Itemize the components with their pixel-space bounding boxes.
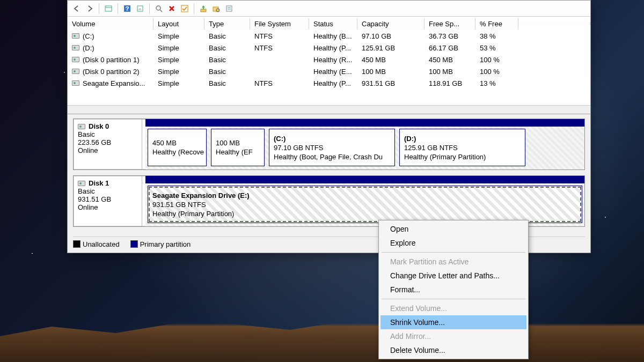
view-button[interactable] (103, 3, 114, 14)
menu-separator (382, 252, 525, 253)
volume-pct: 100 % (475, 68, 518, 76)
volume-pct: 13 % (475, 79, 518, 87)
disk-icon (78, 181, 85, 186)
back-button[interactable] (71, 3, 83, 14)
volume-status: Healthy (E... (309, 68, 357, 76)
context-menu: OpenExploreMark Partition as ActiveChang… (378, 220, 529, 359)
partition-e[interactable]: Seagate Expansion Drive (E:) 931.51 GB N… (148, 186, 582, 223)
volume-type: Basic (204, 44, 250, 52)
menu-item-delete-volume[interactable]: Delete Volume... (380, 343, 526, 357)
col-volume[interactable]: Volume (68, 18, 153, 29)
legend-unallocated-label: Unallocated (83, 240, 120, 248)
disk-0-state: Online (78, 146, 137, 154)
volume-row[interactable]: (Disk 0 partition 1)SimpleBasicHealthy (… (68, 54, 590, 65)
col-type[interactable]: Type (204, 18, 250, 29)
drive-icon (72, 33, 79, 39)
properties-icon[interactable] (223, 3, 235, 14)
svg-line-6 (160, 10, 162, 12)
volume-status: Healthy (R... (309, 56, 357, 64)
volume-free: 36.73 GB (425, 32, 475, 40)
volume-type: Basic (204, 68, 250, 76)
svg-rect-8 (201, 9, 206, 12)
volume-layout: Simple (153, 32, 204, 40)
svg-rect-0 (105, 6, 112, 11)
volume-row[interactable]: (Disk 0 partition 2)SimpleBasicHealthy (… (68, 65, 590, 77)
menu-item-shrink-volume[interactable]: Shrink Volume... (380, 315, 526, 329)
col-layout[interactable]: Layout (153, 18, 204, 29)
col-pctfree[interactable]: % Free (475, 18, 518, 29)
volume-row[interactable]: (C:)SimpleBasicNTFSHealthy (B...97.10 GB… (68, 30, 590, 42)
drive-icon (72, 45, 79, 50)
partition-title: (D:) (404, 135, 521, 143)
volume-list-header[interactable]: Volume Layout Type File System Status Ca… (68, 17, 590, 30)
col-status[interactable]: Status (309, 18, 357, 29)
volume-pct: 38 % (475, 32, 518, 40)
drive-icon (72, 57, 79, 62)
volume-name: (Disk 0 partition 2) (83, 68, 139, 76)
disk-1-size: 931.51 GB (78, 195, 137, 203)
menu-item-change-drive-letter-and-paths[interactable]: Change Drive Letter and Paths... (380, 269, 526, 283)
volume-pct: 100 % (475, 56, 518, 64)
disk-0-info[interactable]: Disk 0 Basic 223.56 GB Online (74, 119, 142, 169)
menu-item-explore[interactable]: Explore (380, 236, 526, 250)
partition-e-status: Healthy (Primary Partition) (152, 210, 577, 218)
volume-capacity: 100 MB (357, 68, 425, 76)
disk-icon (78, 124, 85, 129)
partition-status: Healthy (Recove (152, 148, 202, 156)
col-capacity[interactable]: Capacity (357, 18, 425, 29)
check-icon[interactable] (179, 3, 191, 14)
disk-1-info[interactable]: Disk 1 Basic 931.51 GB Online (74, 176, 142, 226)
volume-free: 100 MB (425, 68, 475, 76)
partition[interactable]: 100 MBHealthy (EF (211, 129, 265, 166)
disk-0-block: Disk 0 Basic 223.56 GB Online 450 MBHeal… (73, 119, 585, 170)
menu-item-extend-volume: Extend Volume... (380, 301, 526, 315)
volume-capacity: 97.10 GB (357, 32, 425, 40)
volume-name: (D:) (83, 44, 94, 52)
menu-item-format[interactable]: Format... (380, 283, 526, 297)
volume-layout: Simple (153, 79, 204, 87)
svg-rect-11 (226, 6, 232, 11)
volume-fs: NTFS (250, 44, 309, 52)
svg-point-5 (156, 6, 160, 10)
volume-type: Basic (204, 32, 250, 40)
drive-icon (72, 80, 79, 86)
hscrollbar[interactable] (68, 105, 590, 114)
volume-fs: NTFS (250, 79, 309, 87)
help-button[interactable]: ? (121, 3, 133, 14)
volume-layout: Simple (153, 68, 204, 76)
drive-icon (72, 69, 79, 74)
partition-title: (C:) (274, 135, 390, 143)
volume-fs: NTFS (250, 32, 309, 40)
col-filesystem[interactable]: File System (250, 18, 309, 29)
partition-status: Healthy (EF (216, 148, 260, 156)
search-icon[interactable] (153, 3, 165, 14)
partition[interactable]: 450 MBHealthy (Recove (148, 129, 207, 166)
refresh-button[interactable] (134, 3, 146, 14)
volume-free: 450 MB (425, 56, 475, 64)
disk-0-kind: Basic (78, 130, 137, 138)
volume-row[interactable]: Seagate Expansio...SimpleBasicNTFSHealth… (68, 77, 590, 89)
forward-button[interactable] (84, 3, 96, 14)
up-arrow-icon[interactable] (197, 3, 209, 14)
volume-capacity: 125.91 GB (357, 44, 425, 52)
menu-item-open[interactable]: Open (380, 222, 526, 236)
volume-free: 118.91 GB (425, 79, 475, 87)
col-freespace[interactable]: Free Sp... (425, 18, 475, 29)
delete-icon[interactable] (166, 3, 178, 14)
volume-status: Healthy (P... (309, 79, 357, 87)
find-folder-icon[interactable] (210, 3, 222, 14)
disk-0-stripe (145, 119, 584, 127)
partition[interactable]: (D:)125.91 GB NTFSHealthy (Primary Parti… (399, 129, 525, 166)
volume-name: (Disk 0 partition 1) (83, 56, 139, 64)
partition-size: 97.10 GB NTFS (274, 144, 390, 152)
partition-size: 100 MB (216, 139, 260, 147)
volume-name: (C:) (83, 32, 94, 40)
partition[interactable]: (C:)97.10 GB NTFSHealthy (Boot, Page Fil… (269, 129, 395, 166)
volume-row[interactable]: (D:)SimpleBasicNTFSHealthy (P...125.91 G… (68, 42, 590, 54)
menu-separator (382, 299, 525, 299)
legend-primary-label: Primary partition (140, 240, 191, 248)
disk-1-kind: Basic (78, 187, 137, 195)
volume-layout: Simple (153, 56, 204, 64)
volume-layout: Simple (153, 44, 204, 52)
volume-free: 66.17 GB (425, 44, 475, 52)
